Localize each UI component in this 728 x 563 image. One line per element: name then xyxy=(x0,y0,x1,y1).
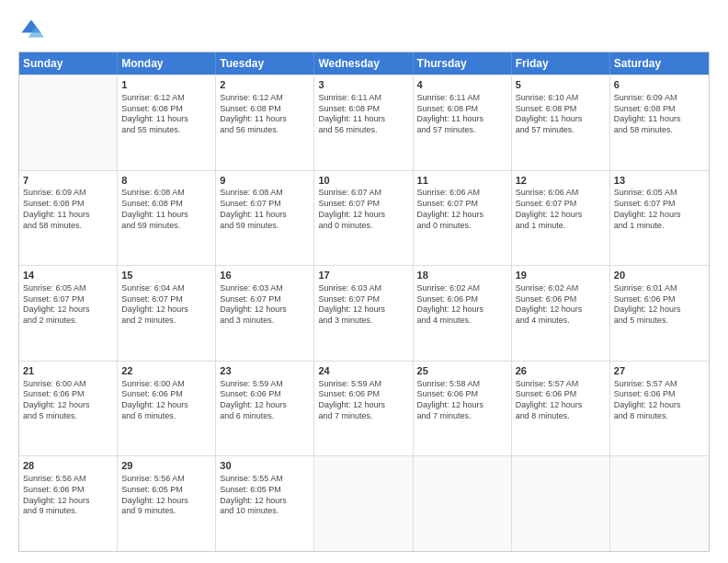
calendar-day-13: 13Sunrise: 6:05 AMSunset: 6:07 PMDayligh… xyxy=(610,171,709,266)
day-number: 15 xyxy=(121,269,211,282)
calendar-week-4: 21Sunrise: 6:00 AMSunset: 6:06 PMDayligh… xyxy=(19,361,709,456)
day-info: Sunrise: 6:01 AMSunset: 6:06 PMDaylight:… xyxy=(614,283,705,327)
day-info: Sunrise: 5:56 AMSunset: 6:05 PMDaylight:… xyxy=(121,474,211,517)
calendar-day-17: 17Sunrise: 6:03 AMSunset: 6:07 PMDayligh… xyxy=(314,266,413,361)
day-number: 20 xyxy=(614,269,705,282)
calendar-day-30: 30Sunrise: 5:55 AMSunset: 6:05 PMDayligh… xyxy=(216,456,314,551)
header-day-sunday: Sunday xyxy=(19,52,118,75)
day-info: Sunrise: 6:10 AMSunset: 6:08 PMDaylight:… xyxy=(516,93,606,136)
day-number: 9 xyxy=(220,174,310,188)
day-info: Sunrise: 6:08 AMSunset: 6:07 PMDaylight:… xyxy=(220,188,310,231)
day-info: Sunrise: 5:55 AMSunset: 6:05 PMDaylight:… xyxy=(220,474,310,517)
logo xyxy=(18,17,48,42)
day-info: Sunrise: 6:03 AMSunset: 6:07 PMDaylight:… xyxy=(318,283,408,327)
calendar-week-2: 7Sunrise: 6:09 AMSunset: 6:08 PMDaylight… xyxy=(19,170,709,266)
day-number: 25 xyxy=(417,364,507,378)
day-number: 2 xyxy=(220,78,310,92)
calendar-day-3: 3Sunrise: 6:11 AMSunset: 6:08 PMDaylight… xyxy=(314,75,413,170)
calendar-day-4: 4Sunrise: 6:11 AMSunset: 6:08 PMDaylight… xyxy=(414,75,512,170)
day-info: Sunrise: 6:09 AMSunset: 6:08 PMDaylight:… xyxy=(614,93,705,136)
header-day-saturday: Saturday xyxy=(610,52,709,75)
day-info: Sunrise: 5:59 AMSunset: 6:06 PMDaylight:… xyxy=(318,379,408,422)
calendar-day-2: 2Sunrise: 6:12 AMSunset: 6:08 PMDaylight… xyxy=(216,75,314,170)
logo-icon xyxy=(18,17,44,42)
calendar-day-12: 12Sunrise: 6:06 AMSunset: 6:07 PMDayligh… xyxy=(512,171,610,266)
day-info: Sunrise: 6:04 AMSunset: 6:07 PMDaylight:… xyxy=(121,283,211,327)
calendar-day-1: 1Sunrise: 6:12 AMSunset: 6:08 PMDaylight… xyxy=(118,75,216,170)
calendar-day-6: 6Sunrise: 6:09 AMSunset: 6:08 PMDaylight… xyxy=(610,75,709,170)
day-info: Sunrise: 6:12 AMSunset: 6:08 PMDaylight:… xyxy=(121,93,211,136)
day-info: Sunrise: 6:06 AMSunset: 6:07 PMDaylight:… xyxy=(417,188,507,231)
calendar-day-14: 14Sunrise: 6:05 AMSunset: 6:07 PMDayligh… xyxy=(19,266,118,361)
day-number: 10 xyxy=(318,174,408,188)
day-number: 16 xyxy=(220,269,310,282)
calendar-day-29: 29Sunrise: 5:56 AMSunset: 6:05 PMDayligh… xyxy=(118,456,216,551)
day-number: 1 xyxy=(121,78,211,92)
calendar-day-7: 7Sunrise: 6:09 AMSunset: 6:08 PMDaylight… xyxy=(19,171,118,266)
calendar-week-5: 28Sunrise: 5:56 AMSunset: 6:06 PMDayligh… xyxy=(19,455,709,551)
day-info: Sunrise: 6:00 AMSunset: 6:06 PMDaylight:… xyxy=(23,379,113,422)
day-number: 11 xyxy=(417,174,507,188)
day-number: 6 xyxy=(614,78,705,92)
header-day-thursday: Thursday xyxy=(414,52,512,75)
day-number: 26 xyxy=(516,364,606,378)
calendar-empty-cell xyxy=(414,456,512,551)
calendar-empty-cell xyxy=(314,456,413,551)
day-info: Sunrise: 6:02 AMSunset: 6:06 PMDaylight:… xyxy=(417,283,507,327)
day-info: Sunrise: 6:05 AMSunset: 6:07 PMDaylight:… xyxy=(23,283,113,327)
calendar-body: 1Sunrise: 6:12 AMSunset: 6:08 PMDaylight… xyxy=(19,75,709,551)
calendar: SundayMondayTuesdayWednesdayThursdayFrid… xyxy=(18,52,710,552)
day-number: 8 xyxy=(121,174,211,188)
day-number: 19 xyxy=(516,269,606,282)
day-number: 22 xyxy=(121,364,211,378)
calendar-day-5: 5Sunrise: 6:10 AMSunset: 6:08 PMDaylight… xyxy=(512,75,610,170)
day-info: Sunrise: 5:57 AMSunset: 6:06 PMDaylight:… xyxy=(516,379,606,422)
day-number: 13 xyxy=(614,174,705,188)
day-info: Sunrise: 6:03 AMSunset: 6:07 PMDaylight:… xyxy=(220,283,310,327)
calendar-day-11: 11Sunrise: 6:06 AMSunset: 6:07 PMDayligh… xyxy=(414,171,512,266)
calendar-day-8: 8Sunrise: 6:08 AMSunset: 6:08 PMDaylight… xyxy=(118,171,216,266)
day-info: Sunrise: 6:06 AMSunset: 6:07 PMDaylight:… xyxy=(516,188,606,231)
day-number: 29 xyxy=(121,459,211,473)
calendar-week-3: 14Sunrise: 6:05 AMSunset: 6:07 PMDayligh… xyxy=(19,265,709,361)
day-info: Sunrise: 6:07 AMSunset: 6:07 PMDaylight:… xyxy=(318,188,408,231)
header xyxy=(18,17,710,42)
day-number: 5 xyxy=(516,78,606,92)
page: SundayMondayTuesdayWednesdayThursdayFrid… xyxy=(0,0,728,563)
day-number: 28 xyxy=(23,459,113,473)
day-number: 30 xyxy=(220,459,310,473)
day-number: 21 xyxy=(23,364,113,378)
day-info: Sunrise: 6:12 AMSunset: 6:08 PMDaylight:… xyxy=(220,93,310,136)
header-day-tuesday: Tuesday xyxy=(216,52,314,75)
day-info: Sunrise: 5:58 AMSunset: 6:06 PMDaylight:… xyxy=(417,379,507,422)
day-info: Sunrise: 6:08 AMSunset: 6:08 PMDaylight:… xyxy=(121,188,211,231)
calendar-day-28: 28Sunrise: 5:56 AMSunset: 6:06 PMDayligh… xyxy=(19,456,118,551)
day-number: 12 xyxy=(516,174,606,188)
day-info: Sunrise: 6:00 AMSunset: 6:06 PMDaylight:… xyxy=(121,379,211,422)
calendar-empty-cell xyxy=(512,456,610,551)
calendar-day-25: 25Sunrise: 5:58 AMSunset: 6:06 PMDayligh… xyxy=(414,362,512,456)
calendar-day-22: 22Sunrise: 6:00 AMSunset: 6:06 PMDayligh… xyxy=(118,362,216,456)
day-info: Sunrise: 6:11 AMSunset: 6:08 PMDaylight:… xyxy=(318,93,408,136)
day-number: 7 xyxy=(23,174,113,188)
day-number: 3 xyxy=(318,78,408,92)
day-info: Sunrise: 6:02 AMSunset: 6:06 PMDaylight:… xyxy=(516,283,606,327)
calendar-empty-cell xyxy=(19,75,118,170)
day-number: 17 xyxy=(318,269,408,282)
calendar-day-16: 16Sunrise: 6:03 AMSunset: 6:07 PMDayligh… xyxy=(216,266,314,361)
calendar-day-20: 20Sunrise: 6:01 AMSunset: 6:06 PMDayligh… xyxy=(610,266,709,361)
day-info: Sunrise: 5:57 AMSunset: 6:06 PMDaylight:… xyxy=(614,379,705,422)
day-number: 27 xyxy=(614,364,705,378)
header-day-friday: Friday xyxy=(512,52,610,75)
calendar-day-10: 10Sunrise: 6:07 AMSunset: 6:07 PMDayligh… xyxy=(314,171,413,266)
header-day-wednesday: Wednesday xyxy=(314,52,413,75)
day-number: 23 xyxy=(220,364,310,378)
day-info: Sunrise: 6:11 AMSunset: 6:08 PMDaylight:… xyxy=(417,93,507,136)
calendar-day-26: 26Sunrise: 5:57 AMSunset: 6:06 PMDayligh… xyxy=(512,362,610,456)
calendar-day-15: 15Sunrise: 6:04 AMSunset: 6:07 PMDayligh… xyxy=(118,266,216,361)
calendar-empty-cell xyxy=(610,456,709,551)
day-info: Sunrise: 6:05 AMSunset: 6:07 PMDaylight:… xyxy=(614,188,705,231)
day-number: 14 xyxy=(23,269,113,282)
header-day-monday: Monday xyxy=(118,52,216,75)
day-info: Sunrise: 6:09 AMSunset: 6:08 PMDaylight:… xyxy=(23,188,113,231)
